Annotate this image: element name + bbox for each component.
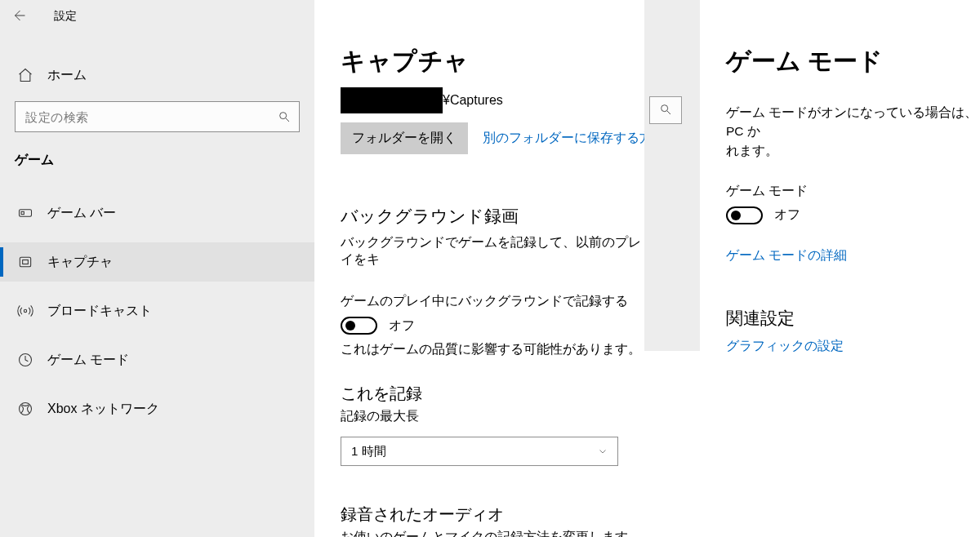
gamebar-icon: [16, 204, 34, 222]
svg-point-0: [280, 113, 287, 119]
sidebar-item-captures[interactable]: キャプチャ: [0, 242, 314, 282]
game-mode-panel: ゲーム モード ゲーム モードがオンになっている場合は、PC か れます。 ゲー…: [700, 0, 980, 537]
sidebar-section-label: ゲーム: [0, 132, 314, 177]
game-mode-toggle-state: オフ: [774, 206, 800, 224]
titlebar: 設定: [0, 0, 314, 33]
sidebar-item-label: Xbox ネットワーク: [47, 401, 159, 418]
home-label: ホーム: [47, 67, 87, 84]
chevron-down-icon: [598, 445, 608, 459]
related-settings-heading: 関連設定: [726, 307, 980, 330]
xbox-icon: [16, 400, 34, 418]
settings-sidebar: 設定 ホーム ゲーム ゲーム バー: [0, 0, 314, 537]
record-this-sub: 記録の最大長: [341, 408, 700, 425]
search-icon: [659, 103, 672, 118]
search-input[interactable]: [16, 102, 299, 131]
game-mode-details-link[interactable]: ゲーム モードの詳細: [726, 248, 847, 262]
open-folder-button[interactable]: フォルダーを開く: [341, 122, 468, 154]
sidebar-item-label: ゲーム バー: [47, 205, 116, 222]
broadcast-icon: [16, 302, 34, 320]
select-value: 1 時間: [351, 444, 386, 459]
svg-point-8: [662, 104, 668, 111]
window-title: 設定: [54, 9, 77, 24]
path-tail: ¥Captures: [443, 93, 503, 108]
sidebar-item-home[interactable]: ホーム: [0, 57, 314, 93]
other-folder-link[interactable]: 別のフォルダーに保存する方法: [483, 130, 666, 147]
game-mode-toggle[interactable]: [726, 206, 763, 224]
recorded-audio-heading: 録音されたオーディオ: [341, 504, 700, 526]
svg-rect-2: [21, 211, 24, 214]
background-toggle-state: オフ: [389, 317, 415, 335]
max-record-length-select[interactable]: 1 時間: [341, 437, 618, 466]
search-icon: [278, 110, 291, 123]
sidebar-item-label: ブロードキャスト: [47, 303, 152, 320]
graphics-settings-link[interactable]: グラフィックの設定: [726, 339, 844, 353]
toggle-knob: [345, 321, 355, 331]
toggle-knob: [731, 211, 741, 220]
redacted-path: [341, 87, 443, 113]
sidebar-item-label: ゲーム モード: [47, 352, 129, 369]
svg-rect-3: [20, 257, 30, 267]
sidebar-item-game-mode[interactable]: ゲーム モード: [0, 340, 314, 379]
background-recording-desc: バックグラウンドでゲームを記録して、以前のプレイをキ: [341, 234, 651, 268]
settings-search[interactable]: [15, 101, 300, 132]
game-mode-toggle-label: ゲーム モード: [726, 183, 980, 200]
game-mode-title: ゲーム モード: [726, 45, 980, 78]
sidebar-item-game-bar[interactable]: ゲーム バー: [0, 193, 314, 233]
svg-point-7: [20, 403, 32, 415]
svg-point-5: [24, 309, 26, 312]
sidebar-item-xbox-network[interactable]: Xbox ネットワーク: [0, 389, 314, 428]
capture-icon: [16, 253, 34, 271]
captures-main-panel: キャプチャ ¥Captures フォルダーを開く 別のフォルダーに保存する方法 …: [314, 0, 700, 537]
overlay-search-button[interactable]: [649, 96, 682, 124]
home-icon: [16, 66, 34, 84]
gamemode-icon: [16, 351, 34, 369]
overlay-background-strip: [644, 0, 700, 351]
arrow-left-icon: [11, 8, 26, 25]
background-record-toggle[interactable]: [341, 317, 377, 335]
sidebar-item-broadcast[interactable]: ブロードキャスト: [0, 291, 314, 331]
svg-rect-4: [23, 260, 29, 264]
recorded-audio-sub: お使いのゲームとマイクの記録方法を変更します。: [341, 529, 700, 537]
game-mode-body: ゲーム モードがオンになっている場合は、PC か れます。: [726, 103, 980, 160]
sidebar-item-label: キャプチャ: [47, 254, 113, 271]
record-this-heading: これを記録: [341, 383, 700, 405]
back-button[interactable]: [5, 2, 33, 30]
